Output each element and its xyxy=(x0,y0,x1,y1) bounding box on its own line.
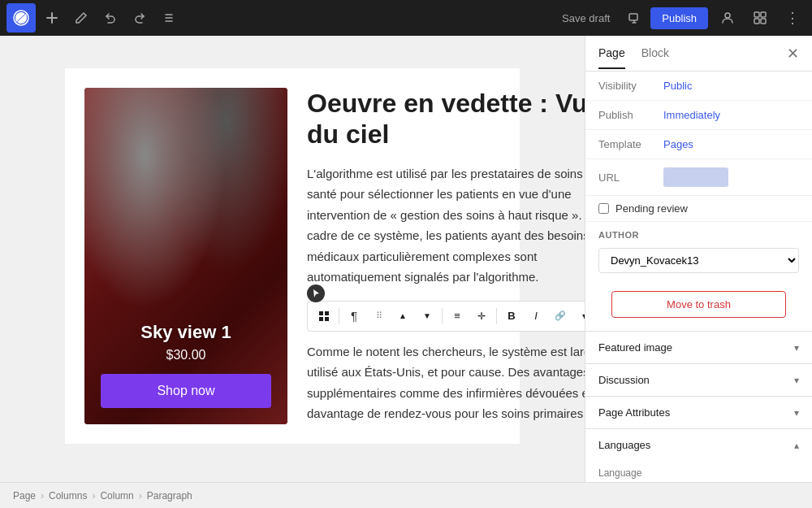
svg-rect-1 xyxy=(629,14,637,20)
languages-body: Language 🏳 Français Translations 🇨🇦 + 🇺� xyxy=(585,461,812,482)
url-label: URL xyxy=(598,172,663,184)
breadcrumb-columns[interactable]: Columns xyxy=(49,490,87,501)
template-row: Template Pages xyxy=(585,130,812,159)
breadcrumb-page[interactable]: Page xyxy=(13,490,36,501)
text-content: Oeuvre en vedette : Vue du ciel L'algori… xyxy=(307,88,585,424)
discussion-label: Discussion xyxy=(598,374,650,386)
page-heading: Oeuvre en vedette : Vue du ciel xyxy=(307,88,585,150)
align-button[interactable]: ≡ xyxy=(446,305,469,328)
template-value[interactable]: Pages xyxy=(663,138,693,150)
author-select[interactable]: Devyn_Kovacek13 xyxy=(598,248,799,273)
toolbar-sep-3 xyxy=(496,308,497,324)
move-down-button[interactable]: ▼ xyxy=(416,305,438,328)
preview-button[interactable] xyxy=(621,5,647,31)
url-value-box[interactable] xyxy=(663,167,728,187)
bold-button[interactable]: B xyxy=(500,305,523,328)
redo-button[interactable] xyxy=(127,5,153,31)
wp-logo[interactable] xyxy=(6,3,36,33)
move-up-button[interactable]: ▲ xyxy=(391,305,414,328)
toolbar-sep-1 xyxy=(339,308,339,324)
languages-header[interactable]: Languages ▴ xyxy=(585,429,812,461)
author-section-label: AUTHOR xyxy=(585,222,812,243)
tab-block[interactable]: Block xyxy=(641,38,669,69)
svg-rect-4 xyxy=(761,12,766,17)
publish-value[interactable]: Immediately xyxy=(663,109,720,121)
languages-label: Languages xyxy=(598,439,650,451)
featured-image-label: Featured image xyxy=(598,341,672,354)
tab-page[interactable]: Page xyxy=(598,38,625,69)
svg-rect-3 xyxy=(754,12,759,17)
sidebar-close-button[interactable]: ✕ xyxy=(787,45,799,63)
pending-review-label: Pending review xyxy=(615,202,688,215)
page-attributes-label: Page Attributes xyxy=(598,406,670,419)
svg-rect-5 xyxy=(754,19,759,24)
author-row: Devyn_Kovacek13 xyxy=(585,243,812,281)
visibility-row: Visibility Public xyxy=(585,72,812,101)
featured-image-header[interactable]: Featured image ▾ xyxy=(585,332,812,363)
editor-area[interactable]: Sky view 1 $30.00 Shop now Oeuvre en ved… xyxy=(0,36,585,482)
languages-section: Languages ▴ Language 🏳 Français Translat… xyxy=(585,428,812,482)
template-label: Template xyxy=(598,138,663,150)
page-attributes-header[interactable]: Page Attributes ▾ xyxy=(585,397,812,428)
body-paragraph: L'algorithme est utilisé par les prestat… xyxy=(307,163,585,288)
languages-arrow: ▴ xyxy=(794,440,799,451)
undo-button[interactable] xyxy=(97,5,123,31)
visibility-value[interactable]: Public xyxy=(663,80,692,92)
right-sidebar: Page Block ✕ Visibility Public Publish I… xyxy=(585,36,812,482)
pending-review-checkbox[interactable] xyxy=(598,203,609,214)
svg-rect-9 xyxy=(319,317,323,321)
more-options-button[interactable]: ⋮ xyxy=(780,5,806,31)
drag-handle-button[interactable]: ⠿ xyxy=(367,305,390,328)
link-button[interactable]: 🔗 xyxy=(549,305,572,328)
list-view-button[interactable] xyxy=(156,5,182,31)
publish-button[interactable]: Publish xyxy=(650,7,708,29)
publish-label: Publish xyxy=(598,109,663,121)
card-title: Sky view 1 xyxy=(101,322,271,343)
breadcrumb-sep-3: › xyxy=(139,490,142,501)
visibility-label: Visibility xyxy=(598,80,663,92)
user-button[interactable] xyxy=(715,5,741,31)
second-paragraph: Comme le notent les chercheurs, le systè… xyxy=(307,341,585,424)
svg-rect-7 xyxy=(319,311,323,315)
toolbar-sep-2 xyxy=(442,308,443,324)
breadcrumb-column[interactable]: Column xyxy=(100,490,133,501)
add-block-button[interactable] xyxy=(39,5,65,31)
card-price: $30.00 xyxy=(101,348,271,363)
page-attributes-section: Page Attributes ▾ xyxy=(585,396,812,428)
transform-button[interactable]: ✛ xyxy=(470,305,493,328)
discussion-arrow: ▾ xyxy=(794,375,799,386)
card-content: Sky view 1 $30.00 Shop now xyxy=(101,322,271,408)
svg-rect-8 xyxy=(325,311,329,315)
sidebar-header: Page Block ✕ xyxy=(585,36,812,72)
cursor-indicator xyxy=(307,284,325,302)
save-draft-button[interactable]: Save draft xyxy=(554,7,618,29)
breadcrumb-sep-2: › xyxy=(92,490,95,501)
settings-button[interactable] xyxy=(747,5,773,31)
discussion-header[interactable]: Discussion ▾ xyxy=(585,364,812,396)
svg-rect-6 xyxy=(761,19,766,24)
svg-rect-10 xyxy=(325,317,329,321)
content-block: Sky view 1 $30.00 Shop now Oeuvre en ved… xyxy=(65,68,520,444)
italic-button[interactable]: I xyxy=(525,305,547,328)
shop-now-button[interactable]: Shop now xyxy=(101,374,271,408)
main-area: Sky view 1 $30.00 Shop now Oeuvre en ved… xyxy=(0,36,812,482)
page-attributes-arrow: ▾ xyxy=(794,407,799,419)
discussion-section: Discussion ▾ xyxy=(585,363,812,396)
top-toolbar: Save draft Publish ⋮ xyxy=(0,0,812,36)
paragraph-button[interactable]: ¶ xyxy=(343,305,365,328)
edit-button[interactable] xyxy=(68,5,94,31)
language-sub-label: Language xyxy=(598,467,799,479)
pending-review-row: Pending review xyxy=(585,196,812,222)
publish-row: Publish Immediately xyxy=(585,101,812,130)
block-toolbar: ¶ ⠿ ▲ ▼ ≡ ✛ B I 🔗 ▾ ⋮ xyxy=(307,301,585,332)
more-rich-options[interactable]: ▾ xyxy=(573,305,585,328)
breadcrumb: Page › Columns › Column › Paragraph xyxy=(0,482,812,508)
breadcrumb-paragraph[interactable]: Paragraph xyxy=(147,490,192,501)
move-to-trash-button[interactable]: Move to trash xyxy=(611,291,786,318)
featured-image-arrow: ▾ xyxy=(794,342,799,354)
trash-row: Move to trash xyxy=(585,281,812,331)
featured-image-section: Featured image ▾ xyxy=(585,331,812,363)
breadcrumb-sep-1: › xyxy=(41,490,44,501)
featured-card: Sky view 1 $30.00 Shop now xyxy=(84,88,287,424)
block-type-button[interactable] xyxy=(313,305,335,328)
